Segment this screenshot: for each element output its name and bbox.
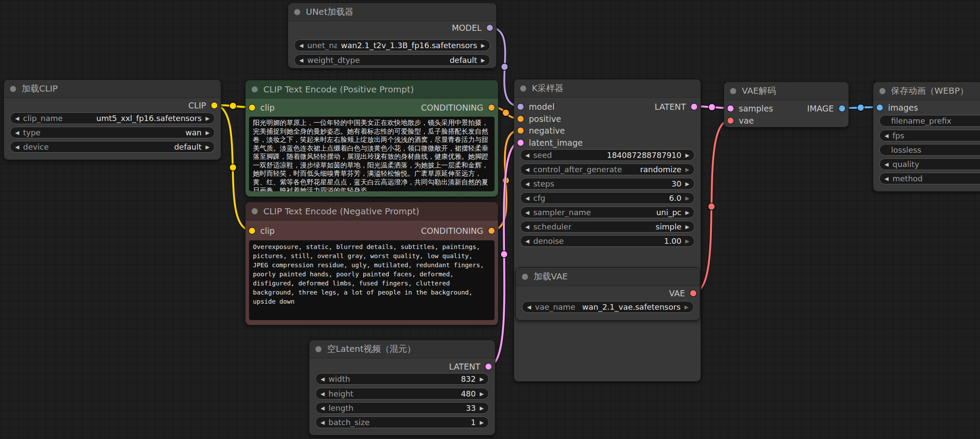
- widget-clip-type[interactable]: ◀ type wan ▶: [10, 127, 215, 138]
- next-arrow-icon[interactable]: ▶: [685, 224, 689, 229]
- prev-arrow-icon[interactable]: ◀: [525, 239, 529, 244]
- prev-arrow-icon[interactable]: ◀: [15, 144, 19, 150]
- next-arrow-icon[interactable]: ▶: [481, 43, 485, 48]
- node-titlebar[interactable]: 加载CLIP: [4, 80, 221, 98]
- node-titlebar[interactable]: 保存动画（WEBP）: [873, 82, 980, 100]
- prev-arrow-icon[interactable]: ◀: [525, 153, 529, 158]
- widget-steps[interactable]: ◀ steps 30 ▶: [520, 178, 695, 190]
- latent-input-dot[interactable]: [728, 105, 734, 111]
- prev-arrow-icon[interactable]: ◀: [299, 43, 303, 48]
- next-arrow-icon[interactable]: ▶: [481, 58, 485, 63]
- widget-scheduler[interactable]: ◀ scheduler simple ▶: [520, 221, 695, 233]
- widget-lossless[interactable]: lossless: [879, 144, 980, 156]
- node-titlebar[interactable]: K采样器: [514, 79, 701, 98]
- next-arrow-icon[interactable]: ▶: [685, 181, 689, 187]
- prev-arrow-icon[interactable]: ◀: [525, 224, 529, 229]
- widget-height[interactable]: ◀ height 480 ▶: [315, 388, 489, 400]
- widget-clip-name[interactable]: ◀ clip_name umt5_xxl_fp16.safetensors ▶: [10, 112, 215, 124]
- positive-prompt-textarea[interactable]: 阳光明媚的草原上，一位年轻的中国美女正在欢快地散步，镜头采用中景拍摄，完美捕捉到…: [249, 117, 495, 191]
- next-arrow-icon[interactable]: ▶: [685, 239, 689, 244]
- prev-arrow-icon[interactable]: ◀: [15, 130, 19, 135]
- widget-sampler-name[interactable]: ◀ sampler_name uni_pc ▶: [520, 206, 695, 218]
- negative-prompt-textarea[interactable]: Overexposure, static, blurred details, s…: [249, 240, 495, 320]
- prev-arrow-icon[interactable]: ◀: [15, 116, 19, 121]
- conditioning-input-dot[interactable]: [518, 116, 524, 122]
- node-titlebar[interactable]: VAE解码: [724, 82, 849, 100]
- widget-seed[interactable]: ◀ seed 184087288787910 ▶: [520, 149, 695, 161]
- node-positive-prompt[interactable]: CLIP Text Encode (Positive Prompt) clip …: [245, 80, 498, 197]
- widget-control-after-generate[interactable]: ◀ control_after_generate randomize ▶: [520, 164, 695, 175]
- prev-arrow-icon[interactable]: ◀: [885, 133, 888, 138]
- widget-denoise[interactable]: ◀ denoise 1.00 ▶: [520, 235, 695, 247]
- clip-input-dot[interactable]: [249, 228, 255, 234]
- prev-arrow-icon[interactable]: ◀: [525, 181, 529, 187]
- next-arrow-icon[interactable]: ▶: [206, 116, 210, 121]
- next-arrow-icon[interactable]: ▶: [480, 420, 484, 425]
- widget-clip-device[interactable]: ◀ device default ▶: [10, 141, 215, 153]
- conditioning-output-dot[interactable]: [488, 228, 495, 234]
- prev-arrow-icon[interactable]: ◀: [885, 162, 888, 167]
- latent-input-dot[interactable]: [518, 140, 524, 146]
- node-titlebar[interactable]: 加载VAE: [516, 268, 700, 286]
- node-graph-canvas[interactable]: UNet加载器 MODEL ◀ unet_name wan2.1_t2v_1.3…: [0, 0, 980, 439]
- node-titlebar[interactable]: CLIP Text Encode (Positive Prompt): [246, 80, 498, 98]
- latent-output-dot[interactable]: [485, 364, 492, 370]
- node-save-webp[interactable]: 保存动画（WEBP） images filename_prefix ◀ fps …: [873, 82, 980, 192]
- next-arrow-icon[interactable]: ▶: [685, 210, 689, 215]
- latent-output-dot[interactable]: [691, 104, 697, 110]
- widget-batch-size[interactable]: ◀ batch_size 1 ▶: [315, 416, 489, 428]
- prev-arrow-icon[interactable]: ◀: [321, 406, 324, 411]
- next-arrow-icon[interactable]: ▶: [206, 130, 210, 135]
- node-vae-decode[interactable]: VAE解码 samples vae IMAGE: [724, 82, 849, 128]
- node-empty-latent-video[interactable]: 空Latent视频（混元） LATENT ◀ width 832 ▶ ◀ hei…: [309, 340, 495, 436]
- node-negative-prompt[interactable]: CLIP Text Encode (Negative Prompt) clip …: [245, 202, 498, 325]
- prev-arrow-icon[interactable]: ◀: [321, 377, 324, 382]
- conditioning-output-dot[interactable]: [488, 105, 495, 111]
- widget-unet-name[interactable]: ◀ unet_name wan2.1_t2v_1.3B_fp16.safeten…: [294, 39, 490, 51]
- next-arrow-icon[interactable]: ▶: [480, 377, 484, 382]
- clip-output-dot[interactable]: [211, 102, 217, 108]
- node-status-dot: [520, 85, 526, 92]
- prev-arrow-icon[interactable]: ◀: [321, 420, 324, 425]
- node-titlebar[interactable]: 空Latent视频（混元）: [309, 340, 495, 358]
- widget-cfg[interactable]: ◀ cfg 6.0 ▶: [520, 192, 695, 204]
- next-arrow-icon[interactable]: ▶: [480, 406, 484, 411]
- widget-vae-name[interactable]: ◀ vae_name wan_2.1_vae.safetensors ▶: [522, 301, 694, 313]
- next-arrow-icon[interactable]: ▶: [685, 153, 689, 158]
- widget-method[interactable]: ◀ method: [879, 173, 980, 184]
- next-arrow-icon[interactable]: ▶: [206, 144, 210, 150]
- output-latent: LATENT: [655, 101, 697, 113]
- widget-length[interactable]: ◀ length 33 ▶: [315, 402, 489, 414]
- node-unet-loader[interactable]: UNet加载器 MODEL ◀ unet_name wan2.1_t2v_1.3…: [288, 3, 497, 69]
- prev-arrow-icon[interactable]: ◀: [525, 167, 529, 172]
- prev-arrow-icon[interactable]: ◀: [885, 176, 888, 181]
- node-ksampler[interactable]: K采样器 model positive negative latent_imag…: [514, 79, 701, 382]
- prev-arrow-icon[interactable]: ◀: [527, 305, 531, 310]
- clip-input-dot[interactable]: [249, 105, 255, 111]
- model-output-dot[interactable]: [487, 25, 493, 31]
- prev-arrow-icon[interactable]: ◀: [525, 210, 529, 215]
- node-titlebar[interactable]: UNet加载器: [288, 3, 496, 21]
- widget-fps[interactable]: ◀ fps: [879, 130, 980, 141]
- node-titlebar[interactable]: CLIP Text Encode (Negative Prompt): [246, 202, 498, 220]
- vae-input-dot[interactable]: [728, 118, 734, 124]
- next-arrow-icon[interactable]: ▶: [480, 391, 484, 396]
- model-input-dot[interactable]: [518, 104, 524, 110]
- node-vae-loader[interactable]: 加载VAE VAE ◀ vae_name wan_2.1_vae.safeten…: [515, 267, 700, 321]
- input-positive: positive: [518, 113, 561, 125]
- widget-filename-prefix[interactable]: filename_prefix: [879, 115, 980, 127]
- widget-width[interactable]: ◀ width 832 ▶: [315, 373, 489, 385]
- widget-quality[interactable]: ◀ quality: [879, 158, 980, 170]
- next-arrow-icon[interactable]: ▶: [685, 305, 688, 310]
- next-arrow-icon[interactable]: ▶: [685, 167, 689, 172]
- widget-weight-dtype[interactable]: ◀ weight_dtype default ▶: [294, 54, 490, 66]
- prev-arrow-icon[interactable]: ◀: [321, 391, 324, 396]
- conditioning-input-dot[interactable]: [518, 128, 524, 134]
- vae-output-dot[interactable]: [690, 290, 696, 296]
- node-clip-loader[interactable]: 加载CLIP CLIP ◀ clip_name umt5_xxl_fp16.sa…: [3, 79, 221, 160]
- image-output-dot[interactable]: [839, 105, 845, 111]
- image-input-dot[interactable]: [877, 105, 883, 111]
- prev-arrow-icon[interactable]: ◀: [299, 58, 303, 63]
- prev-arrow-icon[interactable]: ◀: [525, 196, 529, 201]
- next-arrow-icon[interactable]: ▶: [685, 196, 689, 201]
